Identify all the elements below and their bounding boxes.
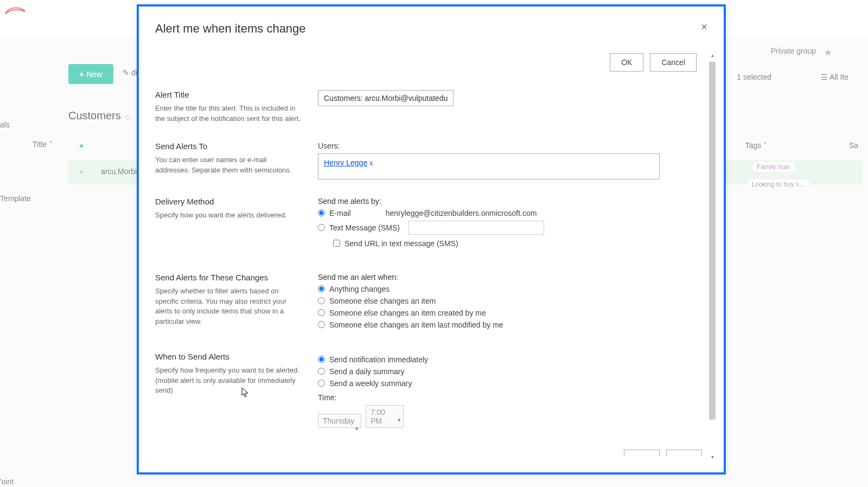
star-icon[interactable]: ☆ — [124, 112, 132, 124]
alert-when-label: Send me an alert when: — [318, 273, 702, 281]
radio-created[interactable]: Someone else changes an item created by … — [318, 309, 702, 317]
radio-weekly[interactable]: Send a weekly summary — [318, 379, 702, 388]
radio-email-input[interactable] — [318, 209, 325, 216]
radio-someone-input[interactable] — [318, 297, 325, 304]
top-button-row: OK Cancel — [155, 50, 702, 81]
sidebar-crumb: als — [0, 120, 10, 129]
section-description: Specify how you want the alerts delivere… — [155, 210, 302, 221]
section-heading: Send Alerts for These Changes — [155, 273, 302, 282]
users-input[interactable]: Henry Leggex — [318, 153, 660, 180]
section-delivery: Delivery Method Specify how you want the… — [155, 188, 702, 257]
radio-email[interactable]: E-mail henrylegge@citizenbuilders.onmicr… — [318, 209, 702, 217]
section-description: Enter the title for this alert. This is … — [155, 104, 302, 124]
section-heading: Delivery Method — [155, 197, 302, 206]
radio-modified-input[interactable] — [318, 321, 325, 328]
radio-label: Someone else changes an item created by … — [329, 309, 486, 317]
radio-anything[interactable]: Anything changes — [318, 285, 702, 293]
alert-title-input[interactable] — [318, 90, 454, 106]
dialog-title: Alert me when items change — [139, 7, 724, 42]
section-description: Specify how frequently you want to be al… — [155, 366, 302, 396]
radio-sms[interactable]: Text Message (SMS) — [318, 221, 702, 235]
checkmark-icon: ● — [79, 167, 84, 176]
section-description: You can enter user names or e-mail addre… — [155, 155, 302, 176]
radio-daily[interactable]: Send a daily summary — [318, 367, 702, 376]
radio-sms-input[interactable] — [318, 224, 325, 231]
alert-dialog: Alert me when items change × ▴ ▾ OK Canc… — [137, 4, 726, 475]
radio-weekly-input[interactable] — [318, 380, 325, 387]
all-items-view[interactable]: ☰ All Ite — [821, 73, 848, 81]
radio-daily-input[interactable] — [318, 368, 325, 375]
new-button[interactable]: New — [68, 64, 113, 84]
radio-anything-input[interactable] — [318, 285, 325, 292]
list-title: Customers — [68, 110, 121, 122]
tag-pill[interactable]: Family man — [752, 162, 795, 172]
time-select[interactable]: 7:00 PM — [366, 405, 404, 428]
radio-email-label: E-mail — [329, 209, 351, 217]
app-logo-icon — [4, 4, 26, 15]
footer-partial: 'oint — [0, 477, 14, 486]
section-description: Specify whether to filter alerts based o… — [155, 286, 302, 327]
time-label: Time: — [318, 393, 702, 402]
star-icon[interactable]: ★ — [824, 47, 832, 59]
radio-label: Someone else changes an item last modifi… — [329, 321, 503, 329]
column-header-tags[interactable]: Tags ˅ — [745, 141, 767, 150]
radio-label: Send a daily summary — [329, 367, 405, 376]
radio-sms-label: Text Message (SMS) — [329, 223, 400, 232]
sms-number-input[interactable] — [409, 221, 544, 235]
chevron-down-icon: ˅ — [49, 140, 53, 149]
user-chip[interactable]: Henry Legge — [324, 158, 367, 167]
selected-count: 1 selected — [737, 73, 771, 81]
radio-label: Someone else changes an item — [329, 297, 436, 305]
dialog-body: OK Cancel Alert Title Enter the title fo… — [139, 50, 715, 472]
private-group-label: Private group — [771, 47, 816, 55]
column-header-partial: Sa — [849, 141, 858, 150]
section-heading: Alert Title — [155, 90, 302, 99]
sidebar-template[interactable]: Template — [0, 194, 31, 203]
cancel-button-partial[interactable] — [666, 450, 702, 456]
close-button[interactable]: × — [701, 21, 707, 33]
users-label: Users: — [318, 142, 702, 150]
section-heading: When to Send Alerts — [155, 352, 302, 361]
checkmark-icon: ● — [79, 141, 84, 150]
section-alert-title: Alert Title Enter the title for this ale… — [155, 81, 702, 133]
radio-label: Send a weekly summary — [329, 379, 412, 388]
bottom-button-row — [155, 437, 702, 456]
send-by-label: Send me alerts by: — [318, 197, 702, 206]
cancel-button[interactable]: Cancel — [650, 53, 697, 72]
send-url-checkbox[interactable] — [333, 240, 340, 247]
radio-label: Anything changes — [329, 285, 390, 293]
radio-someone[interactable]: Someone else changes an item — [318, 297, 702, 305]
tag-pill[interactable]: Looking to buy s… — [747, 179, 810, 190]
radio-label: Send notification immediately — [329, 355, 428, 364]
edit-icon[interactable]: ✎ di — [123, 68, 137, 77]
radio-modified[interactable]: Someone else changes an item last modifi… — [318, 321, 702, 329]
email-address: henrylegge@citizenbuilders.onmicrosoft.c… — [386, 209, 537, 217]
section-heading: Send Alerts To — [155, 142, 302, 151]
ok-button-partial[interactable] — [624, 450, 660, 456]
send-url-label: Send URL in text message (SMS) — [344, 239, 458, 248]
radio-created-input[interactable] — [318, 309, 325, 316]
section-when: When to Send Alerts Specify how frequent… — [155, 341, 702, 437]
section-send-to: Send Alerts To You can enter user names … — [155, 133, 702, 188]
radio-immediate-input[interactable] — [318, 356, 325, 363]
radio-immediate[interactable]: Send notification immediately — [318, 355, 702, 364]
ok-button[interactable]: OK — [610, 53, 643, 72]
remove-user-icon[interactable]: x — [369, 159, 373, 167]
section-changes: Send Alerts for These Changes Specify wh… — [155, 257, 702, 341]
send-url-checkbox-row[interactable]: Send URL in text message (SMS) — [333, 239, 702, 248]
day-select[interactable]: Thursday — [318, 414, 361, 428]
